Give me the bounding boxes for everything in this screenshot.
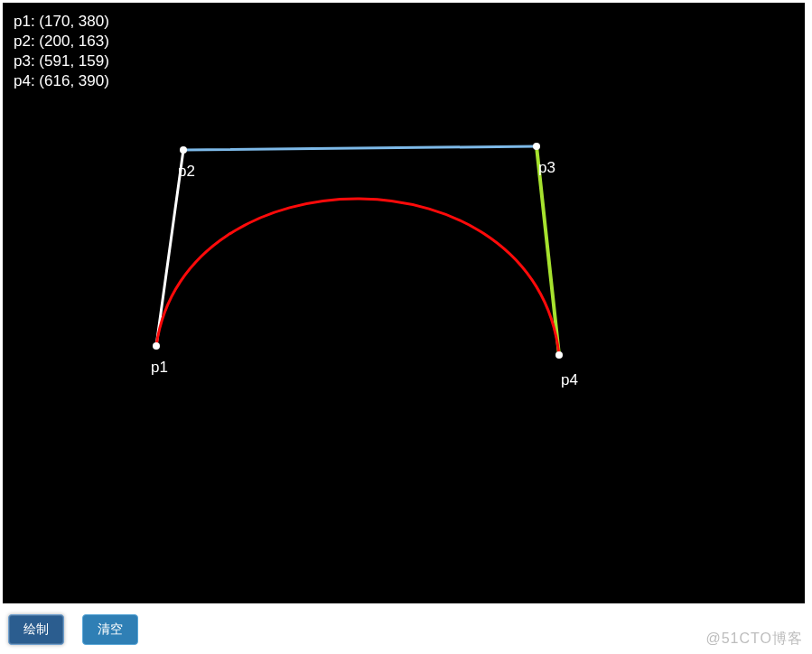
- control-point-p3[interactable]: [533, 143, 540, 150]
- control-point-p4[interactable]: [555, 351, 563, 359]
- point-label-p2: p2: [178, 163, 195, 181]
- canvas-container: p1: (170, 380) p2: (200, 163) p3: (591, …: [0, 0, 812, 606]
- svg-line-1: [183, 146, 537, 150]
- point-label-p1: p1: [151, 359, 168, 377]
- svg-line-2: [537, 146, 559, 355]
- control-point-p2[interactable]: [180, 146, 187, 154]
- clear-button[interactable]: 清空: [82, 614, 138, 645]
- bezier-canvas[interactable]: p1: (170, 380) p2: (200, 163) p3: (591, …: [3, 3, 805, 603]
- control-point-p1[interactable]: [153, 342, 160, 350]
- point-label-p4: p4: [561, 371, 578, 389]
- watermark-text: @51CTO博客: [705, 630, 803, 649]
- draw-button[interactable]: 绘制: [8, 614, 64, 645]
- button-row: 绘制 清空: [8, 614, 138, 645]
- point-label-p3: p3: [538, 159, 555, 177]
- drawing-svg: [3, 3, 805, 603]
